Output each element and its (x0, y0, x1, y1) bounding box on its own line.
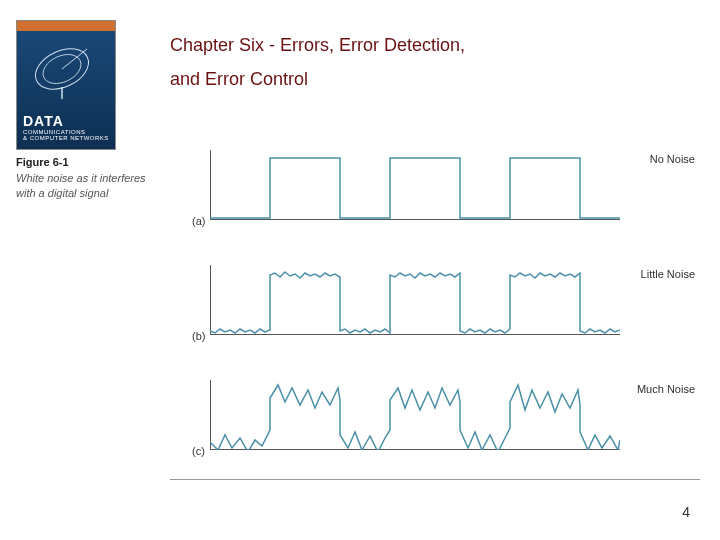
signal-diagram: (a) No Noise (b) Little Noise (c) Much N… (170, 135, 700, 480)
chapter-title: Chapter Six - Errors, Error Detection, a… (170, 28, 465, 96)
row-c-label-left: (c) (192, 445, 205, 457)
svg-line-2 (62, 49, 87, 69)
signal-row-a: (a) No Noise (170, 145, 700, 245)
signal-row-c: (c) Much Noise (170, 375, 700, 475)
figure-number: Figure 6-1 (16, 155, 146, 169)
row-a-label-left: (a) (192, 215, 205, 227)
chapter-title-line1: Chapter Six - Errors, Error Detection, (170, 28, 465, 62)
row-c-label-right: Much Noise (637, 383, 695, 395)
book-title-block: DATA COMMUNICATIONS & COMPUTER NETWORKS (23, 113, 109, 141)
book-cover-accent (17, 21, 115, 31)
signal-c-wave (210, 380, 620, 450)
row-b-label-right: Little Noise (641, 268, 695, 280)
book-title-sub2: & COMPUTER NETWORKS (23, 135, 109, 141)
row-b-label-left: (b) (192, 330, 205, 342)
row-a-label-right: No Noise (650, 153, 695, 165)
signal-a-wave (210, 150, 620, 220)
figure-description: White noise as it interferes with a digi… (16, 172, 146, 198)
book-title-main: DATA (23, 113, 109, 129)
book-cover-thumbnail: DATA COMMUNICATIONS & COMPUTER NETWORKS (16, 20, 116, 150)
signal-row-b: (b) Little Noise (170, 260, 700, 360)
signal-b-wave (210, 265, 620, 335)
chapter-title-line2: and Error Control (170, 62, 465, 96)
satellite-dish-icon (27, 39, 107, 99)
figure-caption: Figure 6-1 White noise as it interferes … (16, 155, 146, 200)
page-number: 4 (682, 504, 690, 520)
